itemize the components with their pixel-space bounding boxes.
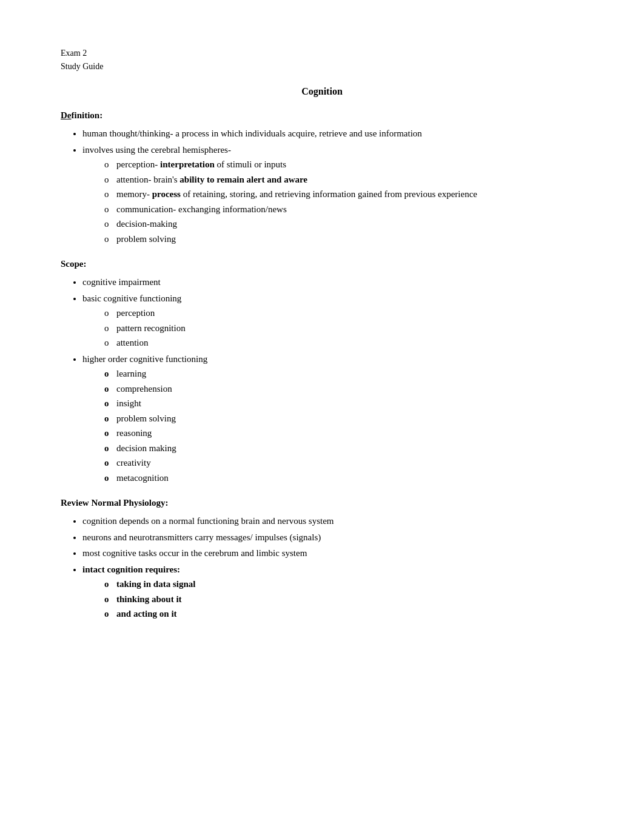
main-list-definition: human thought/thinking- a process in whi… bbox=[82, 127, 583, 246]
list-item: attention bbox=[104, 336, 583, 350]
list-item: reasoning bbox=[104, 426, 583, 440]
list-item: thinking about it bbox=[104, 592, 583, 606]
list-item: cognitive impairment bbox=[82, 275, 583, 289]
exam-label: Exam 2 bbox=[61, 49, 583, 58]
list-item: metacognition bbox=[104, 471, 583, 485]
list-item: insight bbox=[104, 397, 583, 411]
list-item: comprehension bbox=[104, 382, 583, 396]
list-item: basic cognitive functioningperceptionpat… bbox=[82, 292, 583, 350]
section-review-normal-physiology: Review Normal Physiology:cognition depen… bbox=[61, 498, 583, 621]
list-item: decision making bbox=[104, 441, 583, 455]
list-item: intact cognition requires:taking in data… bbox=[82, 563, 583, 621]
list-item: creativity bbox=[104, 456, 583, 470]
page-title: Cognition bbox=[61, 86, 583, 97]
section-heading-scope: Scope: bbox=[61, 259, 583, 269]
list-item: involves using the cerebral hemispheres-… bbox=[82, 143, 583, 246]
list-item: most cognitive tasks occur in the cerebr… bbox=[82, 546, 583, 560]
list-item: attention- brain's ability to remain ale… bbox=[104, 173, 583, 187]
list-item: neurons and neurotransmitters carry mess… bbox=[82, 531, 583, 545]
list-item: taking in data signal bbox=[104, 577, 583, 591]
sub-list: learningcomprehensioninsightproblem solv… bbox=[104, 367, 583, 485]
list-item: learning bbox=[104, 367, 583, 381]
list-item: higher order cognitive functioninglearni… bbox=[82, 352, 583, 485]
list-item: perception- interpretation of stimuli or… bbox=[104, 158, 583, 172]
main-list-review-normal-physiology: cognition depends on a normal functionin… bbox=[82, 514, 583, 621]
section-scope: Scope:cognitive impairmentbasic cognitiv… bbox=[61, 259, 583, 485]
list-item: perception bbox=[104, 306, 583, 320]
list-item: problem solving bbox=[104, 412, 583, 426]
sub-list: taking in data signalthinking about itan… bbox=[104, 577, 583, 621]
sub-list: perceptionpattern recognitionattention bbox=[104, 306, 583, 350]
list-item: problem solving bbox=[104, 232, 583, 246]
sub-list: perception- interpretation of stimuli or… bbox=[104, 158, 583, 246]
main-list-scope: cognitive impairmentbasic cognitive func… bbox=[82, 275, 583, 485]
list-item: cognition depends on a normal functionin… bbox=[82, 514, 583, 528]
section-definition: Definition:human thought/thinking- a pro… bbox=[61, 110, 583, 246]
list-item: memory- process of retaining, storing, a… bbox=[104, 187, 583, 201]
section-heading-definition: Definition: bbox=[61, 110, 583, 121]
list-item: communication- exchanging information/ne… bbox=[104, 203, 583, 216]
list-item: decision-making bbox=[104, 217, 583, 231]
list-item: pattern recognition bbox=[104, 321, 583, 335]
study-guide-label: Study Guide bbox=[61, 62, 583, 72]
list-item: and acting on it bbox=[104, 607, 583, 621]
section-heading-review-normal-physiology: Review Normal Physiology: bbox=[61, 498, 583, 508]
list-item: human thought/thinking- a process in whi… bbox=[82, 127, 583, 141]
